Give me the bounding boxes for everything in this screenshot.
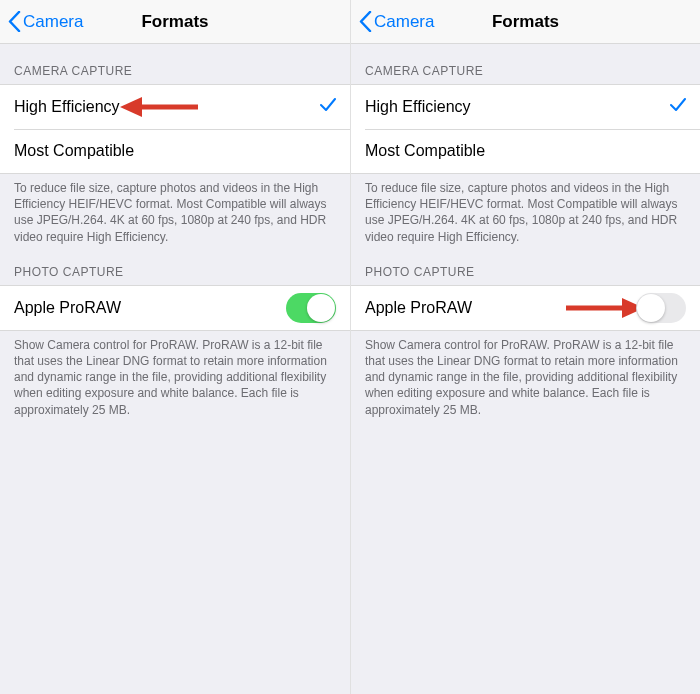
svg-marker-1 bbox=[120, 97, 142, 117]
chevron-left-icon bbox=[8, 11, 21, 32]
back-button[interactable]: Camera bbox=[8, 11, 83, 32]
option-label: Most Compatible bbox=[14, 142, 134, 160]
photo-capture-footer: Show Camera control for ProRAW. ProRAW i… bbox=[351, 331, 700, 418]
camera-capture-group: High Efficiency Most Compatible bbox=[351, 84, 700, 174]
option-most-compatible[interactable]: Most Compatible bbox=[0, 129, 350, 173]
switch-on-icon[interactable] bbox=[286, 293, 336, 323]
navbar: Camera Formats bbox=[351, 0, 700, 44]
switch-off-icon[interactable] bbox=[636, 293, 686, 323]
camera-capture-footer: To reduce file size, capture photos and … bbox=[351, 174, 700, 245]
toggle-label: Apple ProRAW bbox=[14, 299, 121, 317]
photo-capture-footer: Show Camera control for ProRAW. ProRAW i… bbox=[0, 331, 350, 418]
option-label: High Efficiency bbox=[365, 98, 471, 116]
section-header-photo-capture: PHOTO CAPTURE bbox=[351, 245, 700, 285]
camera-capture-group: High Efficiency Most Compatible bbox=[0, 84, 350, 174]
chevron-left-icon bbox=[359, 11, 372, 32]
settings-panel-right: Camera Formats CAMERA CAPTURE High Effic… bbox=[350, 0, 700, 694]
photo-capture-group: Apple ProRAW bbox=[0, 285, 350, 331]
back-label: Camera bbox=[374, 12, 434, 32]
photo-capture-group: Apple ProRAW bbox=[351, 285, 700, 331]
checkmark-icon bbox=[320, 98, 336, 116]
section-header-photo-capture: PHOTO CAPTURE bbox=[0, 245, 350, 285]
camera-capture-footer: To reduce file size, capture photos and … bbox=[0, 174, 350, 245]
toggle-apple-proraw[interactable]: Apple ProRAW bbox=[351, 286, 700, 330]
option-high-efficiency[interactable]: High Efficiency bbox=[0, 85, 350, 129]
option-label: Most Compatible bbox=[365, 142, 485, 160]
toggle-label: Apple ProRAW bbox=[365, 299, 472, 317]
annotation-arrow bbox=[120, 93, 200, 121]
section-header-camera-capture: CAMERA CAPTURE bbox=[351, 44, 700, 84]
toggle-apple-proraw[interactable]: Apple ProRAW bbox=[0, 286, 350, 330]
back-label: Camera bbox=[23, 12, 83, 32]
option-most-compatible[interactable]: Most Compatible bbox=[351, 129, 700, 173]
back-button[interactable]: Camera bbox=[359, 11, 434, 32]
option-label: High Efficiency bbox=[14, 98, 120, 116]
section-header-camera-capture: CAMERA CAPTURE bbox=[0, 44, 350, 84]
option-high-efficiency[interactable]: High Efficiency bbox=[351, 85, 700, 129]
navbar: Camera Formats bbox=[0, 0, 350, 44]
annotation-arrow bbox=[564, 294, 644, 322]
settings-panel-left: Camera Formats CAMERA CAPTURE High Effic… bbox=[0, 0, 350, 694]
checkmark-icon bbox=[670, 98, 686, 116]
